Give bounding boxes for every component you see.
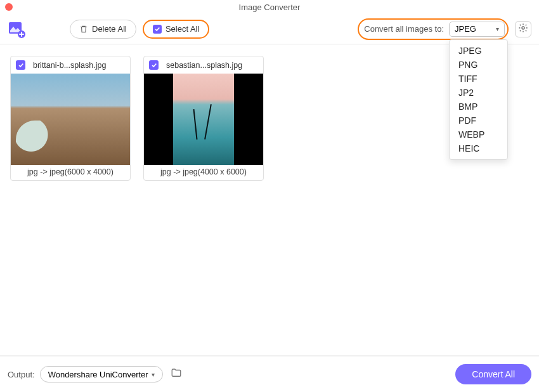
card-filename: sebastian...splash.jpg (166, 61, 242, 70)
open-folder-button[interactable] (171, 367, 182, 381)
window-close-button[interactable] (5, 3, 13, 11)
format-option[interactable]: TIFF (450, 72, 507, 86)
card-conversion-info: jpg -> jpeg(6000 x 4000) (11, 165, 130, 180)
card-checkbox[interactable] (16, 60, 25, 70)
gear-icon (518, 23, 528, 36)
card-thumbnail (11, 74, 130, 165)
output-path-value: Wondershare UniConverter (48, 370, 148, 379)
checkbox-checked-icon (153, 25, 162, 34)
card-filename: brittani-b...splash.jpg (33, 61, 106, 70)
delete-all-button[interactable]: Delete All (70, 20, 136, 39)
format-option[interactable]: HEIC (450, 141, 507, 155)
convert-all-button[interactable]: Convert All (455, 364, 531, 384)
image-card[interactable]: sebastian...splash.jpg jpg -> jpeg(4000 … (143, 56, 264, 181)
add-images-icon[interactable] (8, 20, 25, 38)
window-title: Image Converter (0, 3, 539, 12)
format-option[interactable]: BMP (450, 100, 507, 114)
chevron-down-icon: ▾ (496, 25, 499, 32)
format-dropdown: JPEG PNG TIFF JP2 BMP PDF WEBP HEIC (449, 39, 508, 160)
card-conversion-info: jpg -> jpeg(4000 x 6000) (144, 165, 263, 180)
output-path-select[interactable]: Wondershare UniConverter ▾ (40, 366, 163, 382)
delete-all-label: Delete All (92, 24, 127, 34)
settings-button[interactable] (515, 21, 531, 37)
format-option[interactable]: WEBP (450, 127, 507, 141)
format-option[interactable]: PNG (450, 58, 507, 72)
chevron-down-icon: ▾ (152, 371, 155, 378)
select-all-button[interactable]: Select All (143, 20, 209, 39)
format-selected-value: JPEG (455, 24, 476, 34)
folder-icon (171, 367, 182, 379)
select-all-label: Select All (166, 24, 199, 34)
image-card[interactable]: brittani-b...splash.jpg jpg -> jpeg(6000… (10, 56, 131, 181)
format-option[interactable]: JPEG (450, 44, 507, 58)
format-option[interactable]: JP2 (450, 86, 507, 100)
trash-icon (79, 25, 88, 34)
format-select[interactable]: JPEG ▾ (449, 22, 505, 37)
convert-to-label: Convert all images to: (364, 24, 444, 34)
format-option[interactable]: PDF (450, 114, 507, 127)
output-label: Output: (8, 370, 35, 379)
card-checkbox[interactable] (149, 60, 159, 70)
svg-point-1 (522, 27, 524, 29)
card-thumbnail (144, 74, 263, 165)
